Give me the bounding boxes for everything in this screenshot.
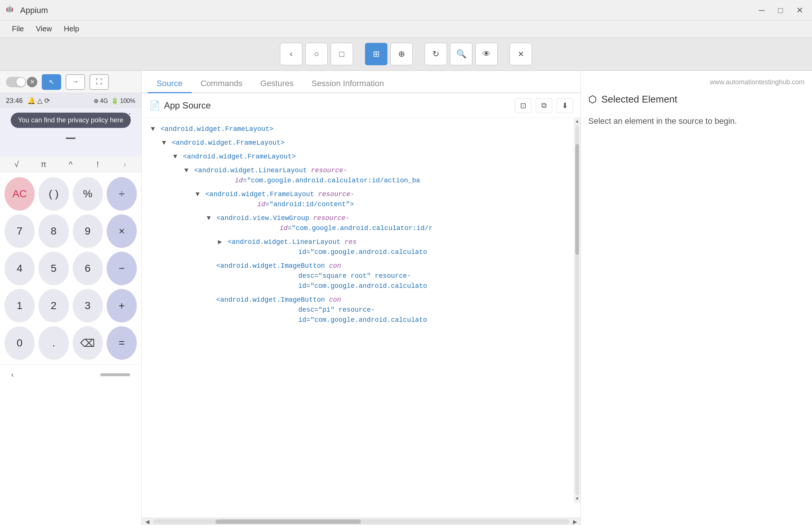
menu-bar: File View Help [0, 21, 812, 37]
calc-scientific-row: √ π ^ ! › [0, 157, 141, 173]
element-panel-header: ⬡ Selected Element [588, 94, 805, 105]
select-tool-button[interactable]: ↖ [42, 74, 61, 90]
tree-node-4[interactable]: ▼ <android.widget.LinearLayout resource-… [142, 164, 580, 188]
calc-divide-button[interactable]: ÷ [107, 177, 137, 211]
calc-dot-button[interactable]: . [38, 326, 69, 360]
calc-sqrt[interactable]: √ [4, 160, 29, 169]
tree-node-6[interactable]: ▼ <android.view.ViewGroup resource-id="c… [142, 211, 580, 235]
source-expand-button[interactable]: ⊡ [515, 98, 531, 113]
status-right: ⊕ 4G 🔋 100% [94, 97, 135, 104]
minimize-button[interactable]: ─ [756, 4, 768, 17]
tab-gestures[interactable]: Gestures [251, 75, 302, 93]
status-icons: 🔔 △ ⟳ [27, 97, 50, 105]
nav-back-chevron[interactable]: ‹ [11, 370, 14, 379]
calc-equals-button[interactable]: = [107, 326, 137, 360]
menu-help[interactable]: Help [58, 23, 85, 35]
calc-factorial[interactable]: ! [86, 160, 110, 169]
tree-toggle-3[interactable]: ▼ [171, 152, 179, 162]
calc-display-value: − [65, 127, 76, 149]
hscroll-left-arrow[interactable]: ◀ [142, 518, 153, 525]
tree-toggle-7[interactable]: ▶ [216, 237, 224, 247]
calc-4-button[interactable]: 4 [4, 252, 35, 285]
swipe-tool-button[interactable]: → [66, 74, 85, 90]
inspector-button[interactable]: ⊞ [365, 43, 387, 65]
hscroll-track [153, 519, 569, 524]
calc-multiply-button[interactable]: × [107, 214, 137, 248]
tree-node-9[interactable]: <android.widget.ImageButton con desc="pi… [142, 293, 580, 327]
toast-text: You can find the privacy policy here [18, 116, 123, 124]
calc-subtract-button[interactable]: − [107, 252, 137, 285]
close-session-button[interactable]: ✕ [510, 43, 532, 65]
vscroll-thumb[interactable] [575, 144, 579, 255]
square-button[interactable]: □ [331, 43, 353, 65]
back-button[interactable]: ‹ [280, 43, 302, 65]
vscroll-up-arrow[interactable]: ▲ [574, 118, 580, 125]
main-layout: ✕ ↖ → ⛶ 23:46 🔔 △ ⟳ ⊕ 4G 🔋 100% You can … [0, 71, 812, 525]
tree-node-7[interactable]: ▶ <android.widget.LinearLayout res id="c… [142, 235, 580, 259]
search-button[interactable]: 🔍 [450, 43, 472, 65]
calc-backspace-button[interactable]: ⌫ [73, 326, 103, 360]
mode-toggle[interactable] [6, 77, 26, 87]
calc-pi[interactable]: π [32, 160, 56, 169]
tab-commands[interactable]: Commands [192, 75, 251, 93]
source-header-buttons: ⊡ ⧉ ⬇ [515, 98, 573, 113]
nav-pill[interactable] [100, 373, 130, 376]
tabs-bar: Source Commands Gestures Session Informa… [142, 71, 580, 93]
calc-0-button[interactable]: 0 [4, 326, 35, 360]
calc-parens-button[interactable]: ( ) [38, 177, 69, 211]
calc-2-button[interactable]: 2 [38, 289, 69, 323]
tree-toggle-4[interactable]: ▼ [183, 166, 190, 176]
source-copy-button[interactable]: ⧉ [536, 98, 552, 113]
tree-node-5[interactable]: ▼ <android.widget.FrameLayout resource-i… [142, 188, 580, 211]
source-doc-icon: 📄 [149, 100, 160, 111]
calc-6-button[interactable]: 6 [73, 252, 103, 285]
source-download-button[interactable]: ⬇ [557, 98, 573, 113]
tree-node-2[interactable]: ▼ <android.widget.FrameLayout> [142, 136, 580, 150]
element-panel: www.automationtestinghub.com ⬡ Selected … [581, 71, 812, 525]
calc-9-button[interactable]: 9 [73, 214, 103, 248]
refresh-button[interactable]: ↻ [425, 43, 447, 65]
calc-percent-button[interactable]: % [73, 177, 103, 211]
globe-button[interactable]: ⊕ [390, 43, 413, 65]
calc-5-button[interactable]: 5 [38, 252, 69, 285]
hscroll-thumb[interactable] [215, 519, 361, 524]
app-logo: 🤖 [6, 5, 16, 16]
tab-session-information[interactable]: Session Information [302, 75, 393, 93]
tree-toggle-1[interactable]: ▼ [149, 124, 157, 134]
tree-node-8[interactable]: <android.widget.ImageButton con desc="sq… [142, 259, 580, 293]
tree-toggle-2[interactable]: ▼ [160, 138, 168, 148]
calc-add-button[interactable]: + [107, 289, 137, 323]
home-button[interactable]: ○ [305, 43, 328, 65]
source-horizontal-scrollbar[interactable]: ◀ ▶ [142, 518, 580, 525]
eye-button[interactable]: 👁 [475, 43, 498, 65]
calc-ac-button[interactable]: AC [4, 177, 35, 211]
calc-3-button[interactable]: 3 [73, 289, 103, 323]
tree-node-3[interactable]: ▼ <android.widget.FrameLayout> [142, 150, 580, 164]
vscroll-down-arrow[interactable]: ▼ [574, 495, 580, 503]
calc-7-button[interactable]: 7 [4, 214, 35, 248]
tree-node-1[interactable]: ▼ <android.widget.FrameLayout> [142, 122, 580, 136]
calc-8-button[interactable]: 8 [38, 214, 69, 248]
fullscreen-tool-button[interactable]: ⛶ [89, 74, 109, 90]
toggle-x[interactable]: ✕ [27, 77, 37, 87]
device-screen: 23:46 🔔 △ ⟳ ⊕ 4G 🔋 100% You can find the… [0, 93, 141, 525]
source-header: 📄 App Source ⊡ ⧉ ⬇ [142, 93, 580, 118]
device-panel: ✕ ↖ → ⛶ 23:46 🔔 △ ⟳ ⊕ 4G 🔋 100% You can … [0, 71, 142, 525]
close-button[interactable]: ✕ [793, 4, 806, 17]
menu-view[interactable]: View [30, 23, 58, 35]
maximize-button[interactable]: □ [775, 4, 786, 17]
hscroll-right-arrow[interactable]: ▶ [569, 518, 580, 525]
vscroll-track [575, 125, 579, 495]
toggle-knob [16, 78, 25, 87]
source-panel-title: 📄 App Source [149, 100, 509, 111]
calc-1-button[interactable]: 1 [4, 289, 35, 323]
menu-file[interactable]: File [6, 23, 30, 35]
source-title-text: App Source [164, 100, 211, 111]
tab-source[interactable]: Source [148, 75, 192, 93]
tree-toggle-5[interactable]: ▼ [194, 189, 201, 199]
network-status: ⊕ 4G [94, 97, 108, 104]
tree-toggle-6[interactable]: ▼ [205, 213, 213, 223]
calc-power[interactable]: ^ [59, 160, 83, 169]
calc-more-chevron[interactable]: › [113, 161, 137, 169]
source-vertical-scrollbar[interactable]: ▲ ▼ [574, 118, 580, 503]
